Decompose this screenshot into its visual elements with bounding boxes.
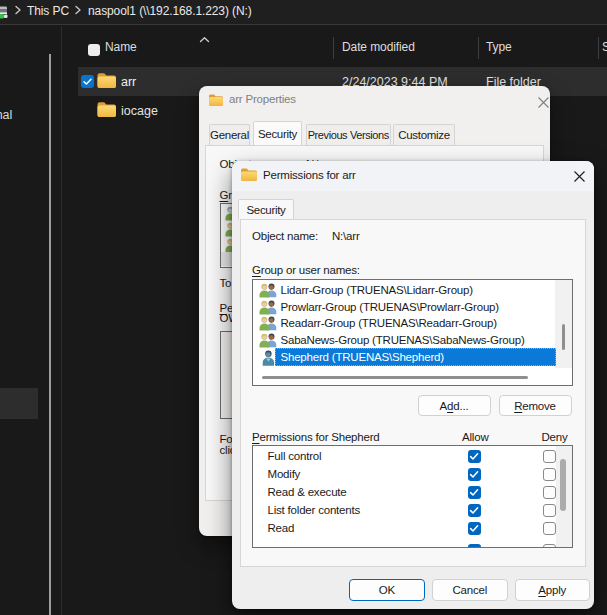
permission-row: Read & execute bbox=[253, 484, 556, 502]
allow-checkbox-checked[interactable] bbox=[468, 544, 481, 548]
apply-button[interactable]: Apply bbox=[515, 579, 591, 601]
breadcrumb-this-pc[interactable]: This PC bbox=[27, 4, 69, 18]
breadcrumb-bar: This PC naspool1 (\\192.168.1.223) (N:) bbox=[0, 0, 607, 25]
object-name-label: Object name: bbox=[252, 230, 318, 242]
tab-security[interactable]: Security bbox=[238, 199, 294, 220]
column-header-date[interactable]: Date modified bbox=[342, 40, 415, 54]
select-all-checkbox[interactable] bbox=[88, 44, 100, 56]
deny-checkbox-unchecked[interactable] bbox=[543, 544, 556, 548]
sidebar-selected-item[interactable] bbox=[0, 388, 38, 419]
pane-separator bbox=[61, 26, 62, 615]
file-name[interactable]: arr bbox=[121, 75, 136, 89]
row-checkbox-checked[interactable] bbox=[81, 75, 94, 88]
allow-checkbox-checked[interactable] bbox=[468, 468, 481, 481]
folder-icon bbox=[96, 71, 117, 94]
list-vscrollbar[interactable] bbox=[556, 446, 572, 547]
deny-checkbox-unchecked[interactable] bbox=[543, 468, 556, 481]
deny-checkbox-unchecked[interactable] bbox=[543, 450, 556, 463]
file-name[interactable]: iocage bbox=[121, 104, 158, 118]
permissions-dialog: Permissions for arr Security Object name… bbox=[232, 161, 594, 609]
tab-previous-versions[interactable]: Previous Versions bbox=[306, 124, 391, 146]
allow-checkbox-checked[interactable] bbox=[468, 450, 481, 463]
group-list-item[interactable]: SabaNews-Group (TRUENAS\SabaNews-Group) bbox=[254, 332, 554, 349]
properties-titlebar[interactable]: arr Properties bbox=[199, 86, 550, 116]
close-icon[interactable] bbox=[573, 170, 586, 183]
deny-checkbox-unchecked[interactable] bbox=[543, 486, 556, 499]
deny-checkbox-unchecked[interactable] bbox=[543, 522, 556, 535]
permissions-list[interactable]: Full control Modify Read & execute List … bbox=[252, 445, 573, 548]
breadcrumb-chevron-icon bbox=[13, 5, 23, 15]
folder-icon bbox=[240, 167, 258, 186]
breadcrumb-chevron-icon bbox=[73, 5, 83, 15]
network-drive-icon bbox=[0, 3, 9, 23]
ok-button[interactable]: OK bbox=[349, 579, 425, 601]
breadcrumb-location[interactable]: naspool1 (\\192.168.1.223) (N:) bbox=[88, 4, 252, 18]
column-divider[interactable] bbox=[598, 37, 599, 59]
add-button[interactable]: Add... bbox=[418, 395, 491, 416]
group-list-item-selected[interactable]: Shepherd (TRUENAS\Shepherd) bbox=[254, 349, 554, 366]
column-divider[interactable] bbox=[478, 37, 479, 59]
column-header-size[interactable]: Size bbox=[602, 40, 607, 54]
group-user-list[interactable]: Lidarr-Group (TRUENAS\Lidarr-Group) Prow… bbox=[252, 279, 573, 386]
allow-column-header: Allow bbox=[462, 431, 488, 443]
list-vscrollbar[interactable] bbox=[555, 280, 572, 368]
allow-checkbox-checked[interactable] bbox=[468, 486, 481, 499]
user-icon bbox=[262, 350, 275, 370]
cancel-button[interactable]: Cancel bbox=[432, 579, 508, 601]
column-divider[interactable] bbox=[333, 37, 334, 59]
vscrollbar-thumb[interactable] bbox=[560, 459, 566, 511]
tab-security[interactable]: Security bbox=[253, 121, 302, 146]
group-list-item[interactable]: Readarr-Group (TRUENAS\Readarr-Group) bbox=[254, 315, 554, 332]
close-icon[interactable] bbox=[537, 96, 550, 109]
sidebar-scrollbar[interactable] bbox=[49, 54, 51, 615]
permissions-titlebar[interactable]: Permissions for arr bbox=[232, 161, 594, 191]
allow-checkbox-checked[interactable] bbox=[468, 504, 481, 517]
sidebar-item-personal[interactable]: Personal bbox=[0, 108, 12, 122]
tab-general[interactable]: General bbox=[209, 124, 250, 146]
sort-ascending-icon bbox=[199, 36, 210, 44]
group-names-label: Group or user names: bbox=[252, 264, 360, 276]
group-list-item[interactable]: Lidarr-Group (TRUENAS\Lidarr-Group) bbox=[254, 282, 554, 299]
permission-row: List folder contents bbox=[253, 502, 556, 520]
permissions-for-label: Permissions for Shepherd bbox=[252, 431, 380, 443]
vscrollbar-thumb[interactable] bbox=[562, 324, 565, 350]
column-header-name[interactable]: Name bbox=[105, 40, 137, 54]
permissions-dialog-title: Permissions for arr bbox=[263, 169, 356, 181]
permission-row: Full control bbox=[253, 448, 556, 466]
permission-row: Read bbox=[253, 520, 556, 538]
tab-customize[interactable]: Customize bbox=[393, 124, 455, 146]
hscrollbar-thumb[interactable] bbox=[262, 376, 528, 379]
column-header-type[interactable]: Type bbox=[486, 40, 512, 54]
permission-row-partial: Special permissions bbox=[253, 542, 556, 548]
group-list-item[interactable]: Prowlarr-Group (TRUENAS\Prowlarr-Group) bbox=[254, 299, 554, 316]
deny-checkbox-unchecked[interactable] bbox=[543, 504, 556, 517]
allow-checkbox-checked[interactable] bbox=[468, 522, 481, 535]
deny-column-header: Deny bbox=[542, 431, 568, 443]
object-name-value: N:\arr bbox=[332, 230, 360, 242]
properties-dialog-title: arr Properties bbox=[229, 93, 296, 105]
folder-icon bbox=[208, 93, 224, 111]
permission-row: Modify bbox=[253, 466, 556, 484]
folder-icon bbox=[96, 100, 117, 123]
remove-button[interactable]: Remove bbox=[499, 395, 572, 416]
